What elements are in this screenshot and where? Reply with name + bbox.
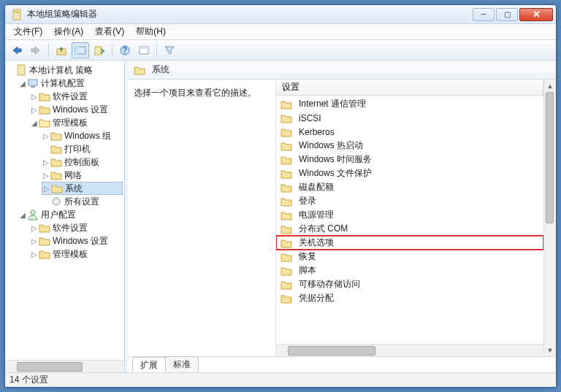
twisty-icon[interactable]: ▷ xyxy=(30,93,39,101)
tree-label: 打印机 xyxy=(64,143,91,155)
list-item[interactable]: 恢复 xyxy=(276,250,543,264)
toolbar-separator xyxy=(112,43,112,58)
tree-label: 管理模板 xyxy=(53,117,88,129)
tree-label: Windows 设置 xyxy=(53,235,108,247)
list-h-scrollbar[interactable] xyxy=(276,344,543,356)
svg-rect-13 xyxy=(31,86,35,88)
tree-label: Windows 组 xyxy=(64,130,111,142)
list-item[interactable]: 电源管理 xyxy=(276,208,543,222)
window-title: 本地组策略编辑器 xyxy=(27,8,471,20)
twisty-icon[interactable]: ▷ xyxy=(42,172,50,180)
list-item-label: 电源管理 xyxy=(299,209,334,221)
export-button[interactable] xyxy=(91,42,108,58)
tree-software-settings[interactable]: ▷软件设置 xyxy=(30,90,123,103)
status-bar: 14 个设置 xyxy=(5,372,556,387)
up-level-button[interactable] xyxy=(53,42,70,58)
list-item[interactable]: Internet 通信管理 xyxy=(276,97,543,111)
list-item[interactable]: 可移动存储访问 xyxy=(276,277,543,291)
scroll-down-button[interactable]: ▼ xyxy=(544,344,556,356)
list-item[interactable]: Windows 热启动 xyxy=(276,139,543,153)
minimize-button[interactable]: ─ xyxy=(473,8,495,21)
tree-network[interactable]: ▷网络 xyxy=(42,169,123,182)
list-item[interactable]: 凭据分配 xyxy=(276,291,543,305)
toolbar: ? xyxy=(5,40,556,61)
list-item[interactable]: iSCSI xyxy=(276,111,543,125)
twisty-icon[interactable]: ▷ xyxy=(30,224,39,232)
scroll-up-button[interactable]: ▲ xyxy=(544,80,556,92)
svg-rect-10 xyxy=(140,47,148,49)
nav-back-button[interactable] xyxy=(8,42,26,58)
folder-icon xyxy=(50,143,62,155)
folder-icon xyxy=(50,130,62,142)
tree-h-scrollbar[interactable] xyxy=(5,360,124,372)
menu-help[interactable]: 帮助(H) xyxy=(130,24,172,39)
twisty-icon[interactable]: ▷ xyxy=(30,237,39,245)
column-setting[interactable]: 设置 xyxy=(276,80,543,95)
twisty-icon[interactable]: ◢ xyxy=(18,211,27,219)
list-item[interactable]: 磁盘配额 xyxy=(276,180,543,194)
tree-control-panel[interactable]: ▷控制面板 xyxy=(42,155,123,169)
tree-windows-components[interactable]: ▷Windows 组 xyxy=(42,129,123,142)
list-header[interactable]: 设置 xyxy=(276,80,543,96)
tree-printers[interactable]: ▷打印机 xyxy=(42,142,123,155)
filter-button[interactable] xyxy=(161,42,178,58)
nav-forward-button[interactable] xyxy=(27,42,45,58)
list-item[interactable]: Windows 时间服务 xyxy=(276,153,543,166)
tab-standard[interactable]: 标准 xyxy=(165,356,199,372)
tree-root[interactable]: ▸本地计算机 策略 xyxy=(7,64,123,77)
list-item[interactable]: 分布式 COM xyxy=(276,222,543,236)
body: ▸本地计算机 策略 ◢计算机配置 ▷软件设置 ▷Windows 设置 ◢管理模板 xyxy=(5,61,556,372)
tree-user-admin[interactable]: ▷管理模板 xyxy=(30,247,123,261)
list-item[interactable]: Windows 文件保护 xyxy=(276,166,543,180)
tree-computer-config[interactable]: ◢计算机配置 xyxy=(18,77,123,90)
titlebar[interactable]: 本地组策略编辑器 ─ ▢ ✕ xyxy=(5,5,556,24)
list-item[interactable]: 登录 xyxy=(276,194,543,208)
tree-user-software[interactable]: ▷软件设置 xyxy=(30,221,123,234)
pane-title: 系统 xyxy=(152,64,169,76)
tree-user-windows[interactable]: ▷Windows 设置 xyxy=(30,234,123,247)
menu-view[interactable]: 查看(V) xyxy=(89,24,130,39)
settings-list[interactable]: Internet 通信管理iSCSIKerberosWindows 热启动Win… xyxy=(276,96,543,344)
folder-icon xyxy=(39,248,50,260)
tree-label: 软件设置 xyxy=(53,91,88,103)
tree-windows-settings[interactable]: ▷Windows 设置 xyxy=(30,103,123,116)
arrow-right-icon xyxy=(30,45,42,55)
tree-all-settings[interactable]: ▷所有设置 xyxy=(42,195,123,208)
maximize-button[interactable]: ▢ xyxy=(496,8,518,21)
twisty-icon[interactable]: ▷ xyxy=(42,132,50,140)
twisty-icon[interactable]: ▷ xyxy=(30,250,39,258)
folder-icon xyxy=(280,168,292,180)
properties-icon xyxy=(138,45,150,55)
twisty-icon[interactable]: ▷ xyxy=(42,158,50,166)
tree[interactable]: ▸本地计算机 策略 ◢计算机配置 ▷软件设置 ▷Windows 设置 ◢管理模板 xyxy=(5,61,124,360)
tree-label: 控制面板 xyxy=(64,156,99,169)
tree-system[interactable]: ▷系统 xyxy=(42,182,123,195)
list-item-label: 凭据分配 xyxy=(299,292,334,304)
list-item[interactable]: 关机选项 xyxy=(276,236,543,250)
twisty-icon[interactable]: ◢ xyxy=(18,80,27,88)
user-icon xyxy=(27,209,39,220)
pane-header: 系统 xyxy=(128,61,556,80)
tree-user-config[interactable]: ◢用户配置 xyxy=(18,208,123,221)
tree-admin-templates[interactable]: ◢管理模板 xyxy=(30,116,123,129)
list-item[interactable]: 脚本 xyxy=(276,264,543,277)
close-button[interactable]: ✕ xyxy=(519,8,553,21)
list-pane: 设置 Internet 通信管理iSCSIKerberosWindows 热启动… xyxy=(275,80,543,356)
menu-action[interactable]: 操作(A) xyxy=(48,24,89,39)
folder-icon xyxy=(39,222,50,234)
twisty-icon[interactable]: ▷ xyxy=(42,185,51,193)
folder-icon xyxy=(50,156,62,168)
folder-icon xyxy=(39,104,50,115)
list-item[interactable]: Kerberos xyxy=(276,125,543,139)
tab-extended[interactable]: 扩展 xyxy=(132,357,166,372)
twisty-icon[interactable]: ▷ xyxy=(30,106,39,114)
list-v-scrollbar[interactable]: ▲ ▼ xyxy=(543,80,556,356)
twisty-icon[interactable]: ◢ xyxy=(30,119,39,127)
properties-button[interactable] xyxy=(135,42,153,58)
show-tree-button[interactable] xyxy=(72,42,89,58)
help-button[interactable]: ? xyxy=(116,42,134,58)
folder-icon xyxy=(39,235,50,247)
list-item-label: 登录 xyxy=(299,195,316,207)
list-item-label: Kerberos xyxy=(299,127,335,137)
menu-file[interactable]: 文件(F) xyxy=(8,24,48,39)
